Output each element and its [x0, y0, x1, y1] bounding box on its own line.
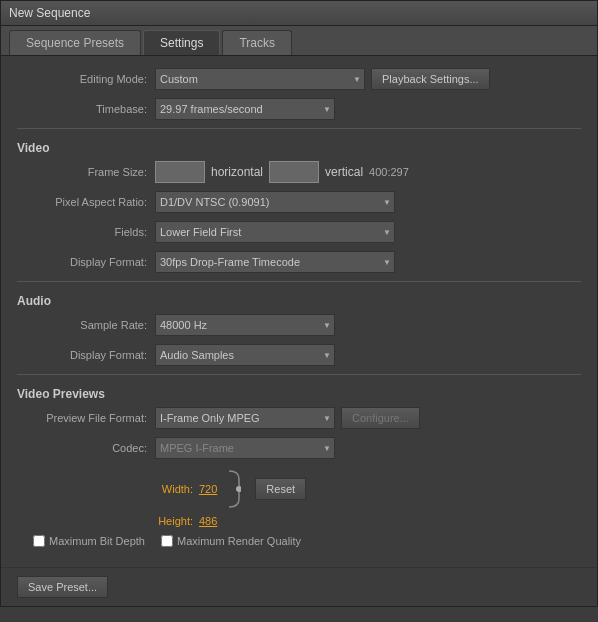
vertical-label: vertical	[325, 165, 363, 179]
sample-rate-label: Sample Rate:	[17, 319, 147, 331]
fields-select-wrapper: Lower Field First	[155, 221, 395, 243]
max-render-quality-label: Maximum Render Quality	[177, 535, 301, 547]
audio-display-format-select-wrapper: Audio Samples	[155, 344, 335, 366]
fields-control: Lower Field First	[155, 221, 581, 243]
width-height-control: Width: 720 Reset Height: 486	[155, 467, 581, 527]
frame-size-control: 720 horizontal 486 vertical 400:297	[155, 161, 581, 183]
editing-mode-select[interactable]: Custom	[155, 68, 365, 90]
aspect-ratio-text: 400:297	[369, 166, 409, 178]
preview-file-format-label: Preview File Format:	[17, 412, 147, 424]
window-title: New Sequence	[9, 6, 90, 20]
editing-mode-select-wrapper: Custom	[155, 68, 365, 90]
max-bit-depth-label: Maximum Bit Depth	[49, 535, 145, 547]
width-label: Width:	[155, 483, 193, 495]
audio-divider	[17, 281, 581, 282]
save-bar: Save Preset...	[1, 567, 597, 606]
preview-file-format-control: I-Frame Only MPEG Configure...	[155, 407, 581, 429]
video-display-format-label: Display Format:	[17, 256, 147, 268]
frame-size-width-input[interactable]: 720	[155, 161, 205, 183]
pixel-aspect-ratio-select[interactable]: D1/DV NTSC (0.9091)	[155, 191, 395, 213]
video-section-header: Video	[17, 141, 581, 155]
codec-select-wrapper: MPEG I-Frame	[155, 437, 335, 459]
width-value[interactable]: 720	[199, 483, 217, 495]
link-bracket-icon	[227, 467, 241, 511]
pixel-aspect-ratio-row: Pixel Aspect Ratio: D1/DV NTSC (0.9091)	[17, 191, 581, 213]
codec-label: Codec:	[17, 442, 147, 454]
codec-control: MPEG I-Frame	[155, 437, 581, 459]
sample-rate-row: Sample Rate: 48000 Hz	[17, 314, 581, 336]
timebase-select[interactable]: 29.97 frames/second	[155, 98, 335, 120]
editing-mode-row: Editing Mode: Custom Playback Settings..…	[17, 68, 581, 90]
audio-display-format-row: Display Format: Audio Samples	[17, 344, 581, 366]
checkboxes-row: Maximum Bit Depth Maximum Render Quality	[17, 535, 581, 547]
preview-file-format-row: Preview File Format: I-Frame Only MPEG C…	[17, 407, 581, 429]
settings-content: Editing Mode: Custom Playback Settings..…	[1, 56, 597, 559]
max-render-quality-checkbox-label: Maximum Render Quality	[161, 535, 301, 547]
height-label: Height:	[155, 515, 193, 527]
width-row: Width: 720 Reset	[155, 467, 306, 511]
pixel-aspect-ratio-label: Pixel Aspect Ratio:	[17, 196, 147, 208]
playback-settings-button[interactable]: Playback Settings...	[371, 68, 490, 90]
timebase-control: 29.97 frames/second	[155, 98, 581, 120]
preview-file-format-select-wrapper: I-Frame Only MPEG	[155, 407, 335, 429]
video-display-format-control: 30fps Drop-Frame Timecode	[155, 251, 581, 273]
video-divider	[17, 128, 581, 129]
timebase-row: Timebase: 29.97 frames/second	[17, 98, 581, 120]
sample-rate-control: 48000 Hz	[155, 314, 581, 336]
frame-size-row: Frame Size: 720 horizontal 486 vertical …	[17, 161, 581, 183]
codec-select[interactable]: MPEG I-Frame	[155, 437, 335, 459]
editing-mode-control: Custom Playback Settings...	[155, 68, 581, 90]
video-previews-divider	[17, 374, 581, 375]
video-display-format-select-wrapper: 30fps Drop-Frame Timecode	[155, 251, 395, 273]
fields-label: Fields:	[17, 226, 147, 238]
video-previews-section-header: Video Previews	[17, 387, 581, 401]
tab-settings[interactable]: Settings	[143, 30, 220, 55]
tab-tracks[interactable]: Tracks	[222, 30, 292, 55]
frame-size-label: Frame Size:	[17, 166, 147, 178]
sample-rate-select-wrapper: 48000 Hz	[155, 314, 335, 336]
fields-select[interactable]: Lower Field First	[155, 221, 395, 243]
pixel-aspect-ratio-control: D1/DV NTSC (0.9091)	[155, 191, 581, 213]
audio-display-format-label: Display Format:	[17, 349, 147, 361]
width-height-row: Width: 720 Reset Height: 486	[17, 467, 581, 527]
pixel-aspect-ratio-select-wrapper: D1/DV NTSC (0.9091)	[155, 191, 395, 213]
max-bit-depth-checkbox-label: Maximum Bit Depth	[33, 535, 145, 547]
video-display-format-row: Display Format: 30fps Drop-Frame Timecod…	[17, 251, 581, 273]
reset-button[interactable]: Reset	[255, 478, 306, 500]
horizontal-label: horizontal	[211, 165, 263, 179]
timebase-label: Timebase:	[17, 103, 147, 115]
tab-bar: Sequence Presets Settings Tracks	[1, 26, 597, 56]
audio-display-format-select[interactable]: Audio Samples	[155, 344, 335, 366]
svg-point-0	[236, 486, 241, 492]
link-bracket-container	[227, 467, 241, 511]
tab-sequence-presets[interactable]: Sequence Presets	[9, 30, 141, 55]
audio-section-header: Audio	[17, 294, 581, 308]
frame-size-height-input[interactable]: 486	[269, 161, 319, 183]
video-display-format-select[interactable]: 30fps Drop-Frame Timecode	[155, 251, 395, 273]
timebase-select-wrapper: 29.97 frames/second	[155, 98, 335, 120]
preview-file-format-select[interactable]: I-Frame Only MPEG	[155, 407, 335, 429]
editing-mode-label: Editing Mode:	[17, 73, 147, 85]
title-bar: New Sequence	[1, 1, 597, 26]
height-row: Height: 486	[155, 515, 217, 527]
save-preset-button[interactable]: Save Preset...	[17, 576, 108, 598]
audio-display-format-control: Audio Samples	[155, 344, 581, 366]
sample-rate-select[interactable]: 48000 Hz	[155, 314, 335, 336]
max-render-quality-checkbox[interactable]	[161, 535, 173, 547]
codec-row: Codec: MPEG I-Frame	[17, 437, 581, 459]
height-value[interactable]: 486	[199, 515, 217, 527]
main-window: New Sequence Sequence Presets Settings T…	[0, 0, 598, 607]
max-bit-depth-checkbox[interactable]	[33, 535, 45, 547]
configure-button[interactable]: Configure...	[341, 407, 420, 429]
fields-row: Fields: Lower Field First	[17, 221, 581, 243]
